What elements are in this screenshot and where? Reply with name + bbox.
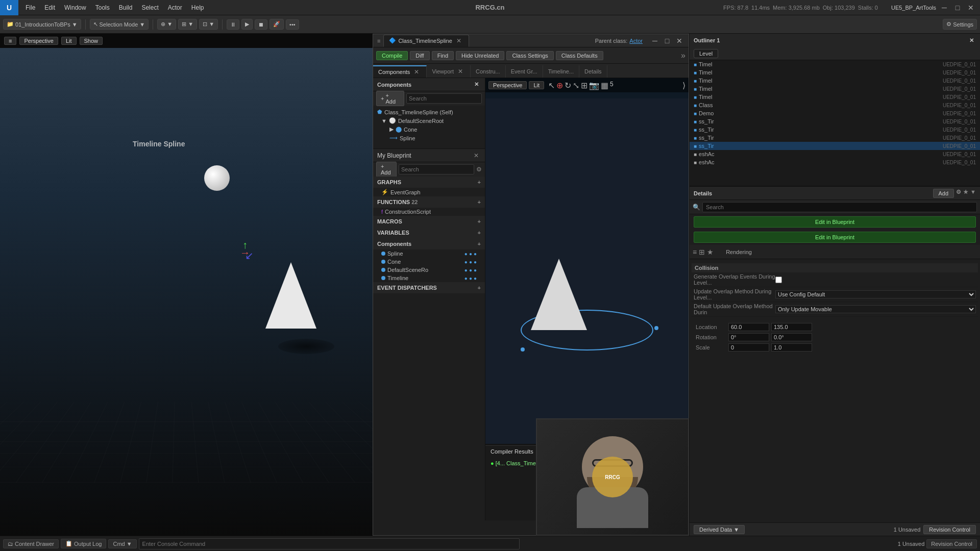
outliner-close[interactable]: ✕ — [967, 36, 976, 45]
outliner-item-mesh1[interactable]: ■ eshAc UEDPIE_0_01 — [690, 150, 980, 158]
scale-icon[interactable]: ⤡ — [573, 81, 579, 90]
outliner-item-demo[interactable]: ■ Demo UEDPIE_0_01 — [690, 109, 980, 117]
tab-construction[interactable]: Constru... — [471, 65, 506, 78]
camera-icon[interactable]: 📷 — [589, 81, 599, 90]
pause-btn[interactable]: ⏸ — [227, 19, 239, 30]
content-drawer-btn[interactable]: 🗂 Content Drawer — [3, 539, 59, 548]
mybp-search-input[interactable] — [399, 164, 474, 174]
mybp-settings-icon[interactable]: ⚙ — [476, 166, 482, 173]
play-btn[interactable]: ▶ — [241, 19, 253, 30]
class-defaults-btn[interactable]: Class Defaults — [556, 51, 603, 60]
revision-control-btn[interactable]: Revision Control — [923, 525, 976, 534]
bp-minimize-btn[interactable]: ─ — [650, 36, 660, 46]
stop-btn[interactable]: ⏹ — [255, 19, 267, 30]
menu-tools[interactable]: Tools — [91, 3, 114, 12]
level-tab[interactable]: Level — [694, 49, 718, 58]
select-icon[interactable]: ↖ — [548, 81, 555, 90]
tree-item-self[interactable]: ⬟ Class_TimelineSpline (Self) — [373, 108, 485, 116]
details-settings-icon[interactable]: ⚙ — [956, 189, 961, 198]
rot-y[interactable] — [771, 333, 812, 341]
event-graph-item[interactable]: ⚡ EventGraph — [373, 188, 485, 196]
viewport-perspective-label[interactable]: Perspective — [19, 37, 58, 45]
viewport-tab-close[interactable]: ✕ — [456, 67, 465, 76]
bp-close-btn[interactable]: ✕ — [674, 36, 684, 46]
details-star-icon[interactable]: ★ — [963, 189, 968, 198]
bp-hamburger-btn[interactable]: ≡ — [377, 38, 380, 44]
outliner-item-time5[interactable]: ■ Timel UEDPIE_0_01 — [690, 93, 980, 101]
viewport-hamburger[interactable]: ≡ — [4, 37, 16, 45]
snap-btn[interactable]: ⊞ ▼ — [178, 19, 197, 30]
bp-vp-expand-icon[interactable]: ⟩ — [682, 81, 685, 90]
rot-x[interactable] — [728, 333, 769, 341]
loc-x[interactable] — [728, 323, 769, 331]
build-btn[interactable]: ⊡ ▼ — [199, 19, 218, 30]
scale-x[interactable] — [728, 343, 769, 352]
bp-vp-perspective-label[interactable]: Perspective — [488, 81, 527, 89]
tab-details[interactable]: Details — [579, 65, 607, 78]
viewport-lit-btn[interactable]: Lit — [61, 37, 77, 45]
var-cone[interactable]: Cone ● ● ● — [373, 258, 485, 266]
outliner-item-ss1[interactable]: ■ ss_Tir UEDPIE_0_01 — [690, 117, 980, 126]
compile-button[interactable]: Compile — [376, 51, 408, 60]
edit-in-blueprint-btn-2[interactable]: Edit in Blueprint — [694, 232, 976, 243]
menu-select[interactable]: Select — [137, 3, 162, 12]
derived-data-btn[interactable]: Derived Data ▼ — [694, 525, 745, 534]
graphs-section[interactable]: GRAPHS + — [373, 177, 485, 188]
output-log-btn[interactable]: 📋 Output Log — [61, 539, 106, 548]
find-btn[interactable]: Find — [432, 51, 454, 60]
event-dispatchers-section[interactable]: EVENT DISPATCHERS + — [373, 282, 485, 293]
tab-event-graph[interactable]: Event Gr... — [506, 65, 543, 78]
do-select[interactable]: Only Update Movable — [775, 305, 976, 313]
functions-add-icon[interactable]: + — [478, 199, 481, 205]
components-vars-section[interactable]: Components + — [373, 238, 485, 249]
components-tab-close[interactable]: ✕ — [412, 67, 421, 77]
functions-section[interactable]: FUNCTIONS 22 + — [373, 196, 485, 208]
viewport-show-btn[interactable]: Show — [80, 37, 103, 45]
menu-help[interactable]: Help — [187, 3, 208, 12]
loc-y[interactable] — [771, 323, 812, 331]
ed-add-icon[interactable]: + — [478, 285, 481, 291]
parent-class-link[interactable]: Actor — [629, 38, 643, 44]
maximize-button[interactable]: □ — [952, 3, 963, 13]
hide-unrelated-btn[interactable]: Hide Unrelated — [456, 51, 504, 60]
bp-maximize-btn[interactable]: □ — [662, 36, 672, 46]
project-btn[interactable]: 📁 01_IntroductionToBPs ▼ — [3, 19, 81, 30]
outliner-item-class[interactable]: ■ Class UEDPIE_0_01 — [690, 101, 980, 109]
details-search-input[interactable] — [702, 202, 977, 212]
details-icon-2[interactable]: ⊞ — [699, 248, 705, 256]
settings-btn[interactable]: ⚙ Settings — [943, 19, 977, 30]
menu-build[interactable]: Build — [115, 3, 137, 12]
console-input[interactable] — [139, 538, 520, 549]
components-add-btn[interactable]: + + Add — [376, 91, 404, 106]
tab-components[interactable]: Components ✕ — [373, 65, 427, 78]
generic-icon[interactable]: ⊞ — [581, 81, 587, 90]
construction-script-item[interactable]: f ConstructionScript — [373, 208, 485, 216]
bp-vp-lit-btn[interactable]: Lit — [529, 81, 544, 89]
rotate-icon[interactable]: ↻ — [565, 81, 571, 90]
bp-main-tab[interactable]: 🔷 Class_TimelineSpline ✕ — [383, 35, 469, 47]
uo-select[interactable]: Use Config Default — [775, 290, 976, 298]
macros-section[interactable]: MACROS + — [373, 216, 485, 227]
move-icon[interactable]: ⊕ — [556, 81, 563, 90]
components-close[interactable]: ✕ — [472, 80, 481, 89]
diff-btn[interactable]: Diff — [410, 51, 429, 60]
collision-section[interactable]: Collision — [692, 263, 978, 272]
menu-file[interactable]: File — [21, 3, 39, 12]
mybp-close[interactable]: ✕ — [472, 151, 481, 160]
mybp-add-btn[interactable]: + Add — [376, 162, 397, 177]
outliner-item-time4[interactable]: ■ Timel UEDPIE_0_01 — [690, 85, 980, 93]
components-search-input[interactable] — [406, 93, 482, 104]
details-icon-1[interactable]: ≡ — [693, 248, 697, 256]
grid-icon[interactable]: ▦ — [601, 81, 608, 90]
menu-edit[interactable]: Edit — [40, 3, 59, 12]
tab-viewport[interactable]: Viewport ✕ — [427, 65, 471, 78]
selection-mode-btn[interactable]: ↖ Selection Mode ▼ — [90, 19, 149, 30]
class-settings-btn[interactable]: Class Settings — [506, 51, 553, 60]
tree-item-root[interactable]: ▼ ⚪ DefaultSceneRoot — [373, 116, 485, 125]
details-icon-3[interactable]: ★ — [707, 248, 714, 256]
transform-btn[interactable]: ⊕ ▼ — [157, 19, 176, 30]
outliner-item-ss2[interactable]: ■ ss_Tir UEDPIE_0_01 — [690, 126, 980, 134]
var-timeline[interactable]: Timeline ● ● ● — [373, 274, 485, 282]
macros-add-icon[interactable]: + — [478, 218, 481, 224]
variables-add-icon[interactable]: + — [478, 230, 481, 236]
